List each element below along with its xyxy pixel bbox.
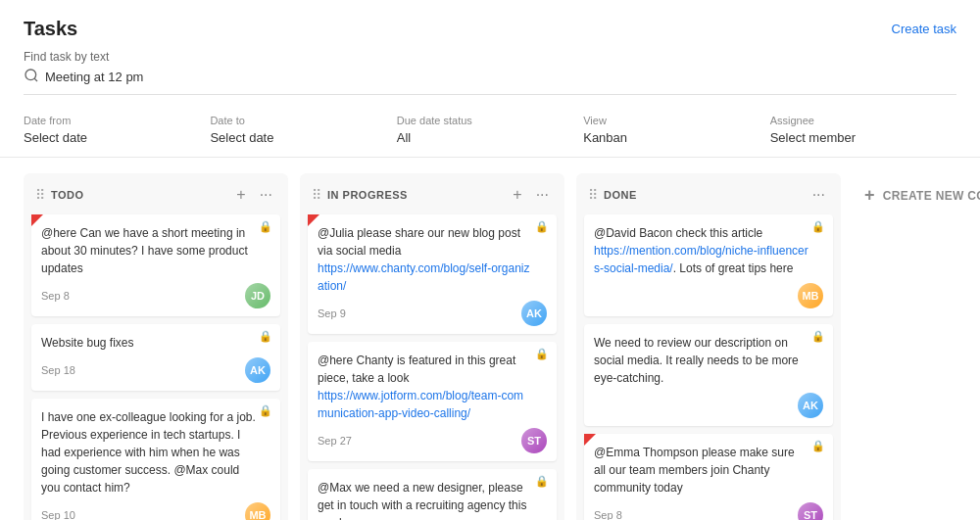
- column-menu-button[interactable]: ···: [808, 185, 829, 205]
- filters-row: Date from Select date Date to Select dat…: [0, 107, 980, 158]
- lock-icon: 🔒: [259, 220, 272, 233]
- avatar: MB: [798, 283, 823, 308]
- search-section: Find task by text: [0, 50, 980, 107]
- card-date: Sep 8: [594, 509, 622, 520]
- avatar: AK: [798, 393, 823, 418]
- card-todo-0: 🔒@here Can we have a short meeting in ab…: [31, 214, 280, 316]
- filter-label-2: Due date status: [397, 115, 583, 126]
- card-flag: [584, 434, 596, 446]
- card-link[interactable]: https://www.chanty.com/blog/self-organiz…: [318, 261, 530, 293]
- lock-icon: 🔒: [259, 404, 272, 417]
- column-done: ⠿ DONE ··· 🔒@David Bacon check this arti…: [576, 173, 841, 520]
- avatar: ST: [521, 428, 547, 453]
- card-inprogress-0: 🔒@Julia please share our new blog post v…: [308, 214, 557, 334]
- filter-label-0: Date from: [24, 115, 210, 126]
- card-done-0: 🔒@David Bacon check this articlehttps://…: [584, 214, 833, 316]
- column-todo: ⠿ TODO + ··· 🔒@here Can we have a short …: [24, 173, 288, 520]
- card-footer: Sep 27 ST: [318, 428, 547, 453]
- filter-group-1: Date to Select date: [210, 115, 396, 145]
- page-title: Tasks: [24, 18, 77, 40]
- lock-icon: 🔒: [811, 440, 825, 452]
- filter-group-3: View Kanban: [583, 115, 769, 145]
- filter-label-1: Date to: [210, 115, 396, 126]
- card-text: @here Can we have a short meeting in abo…: [41, 224, 270, 277]
- column-inprogress: ⠿ IN PROGRESS + ··· 🔒@Julia please share…: [300, 173, 564, 520]
- filter-value-0[interactable]: Select date: [24, 130, 210, 145]
- card-footer: MB: [594, 283, 823, 308]
- column-menu-button[interactable]: ···: [532, 185, 553, 205]
- card-date: Sep 18: [41, 364, 75, 376]
- card-flag: [31, 214, 43, 226]
- filter-value-2[interactable]: All: [397, 130, 583, 145]
- filter-value-3[interactable]: Kanban: [583, 130, 769, 145]
- card-text: @Emma Thompson please make sure all our …: [594, 444, 823, 496]
- card-footer: Sep 8 JD: [41, 283, 270, 308]
- card-link[interactable]: https://www.jotform.com/blog/team-commun…: [318, 389, 523, 420]
- search-input[interactable]: [45, 70, 339, 84]
- filter-value-4[interactable]: Select member: [770, 130, 956, 145]
- lock-icon: 🔒: [535, 348, 549, 360]
- card-footer: Sep 9 AK: [318, 301, 547, 326]
- filter-label-3: View: [583, 115, 769, 126]
- card-text: @here Chanty is featured in this great p…: [318, 352, 547, 422]
- card-date: Sep 27: [318, 435, 352, 447]
- card-footer: AK: [594, 393, 823, 418]
- filter-group-2: Due date status All: [397, 115, 583, 145]
- column-header-done: ⠿ DONE ···: [576, 173, 841, 214]
- add-card-button[interactable]: +: [232, 185, 249, 205]
- avatar: AK: [245, 357, 270, 383]
- drag-icon: ⠿: [35, 187, 45, 203]
- svg-line-1: [34, 78, 37, 81]
- filter-group-4: Assignee Select member: [770, 115, 956, 145]
- search-icon: [24, 68, 39, 86]
- drag-icon: ⠿: [312, 187, 321, 203]
- card-text: @Max we need a new designer, please get …: [318, 479, 547, 520]
- card-done-2: 🔒@Emma Thompson please make sure all our…: [584, 434, 833, 520]
- card-footer: Sep 8 ST: [594, 502, 823, 520]
- avatar: MB: [245, 502, 270, 520]
- column-title-done: DONE: [604, 189, 803, 201]
- board-area: ⠿ TODO + ··· 🔒@here Can we have a short …: [0, 158, 980, 520]
- card-done-1: 🔒We need to review our description on so…: [584, 324, 833, 426]
- card-inprogress-2: 🔒@Max we need a new designer, please get…: [308, 469, 557, 520]
- create-new-column-button[interactable]: + CREATE NEW COLUMN: [853, 173, 980, 217]
- lock-icon: 🔒: [811, 330, 825, 343]
- card-inprogress-1: 🔒@here Chanty is featured in this great …: [308, 342, 557, 461]
- search-label: Find task by text: [24, 50, 956, 64]
- avatar: JD: [245, 283, 270, 308]
- card-todo-1: 🔒Website bug fixes Sep 18 AK: [31, 324, 280, 391]
- card-footer: Sep 10 MB: [41, 502, 270, 520]
- search-bar: [24, 68, 956, 95]
- drag-icon: ⠿: [588, 187, 598, 203]
- column-header-todo: ⠿ TODO + ···: [24, 173, 288, 214]
- filter-group-0: Date from Select date: [24, 115, 210, 145]
- card-text: @David Bacon check this articlehttps://m…: [594, 224, 823, 277]
- app-header: Tasks Create task: [0, 0, 980, 50]
- card-text: Website bug fixes: [41, 334, 270, 352]
- filter-value-1[interactable]: Select date: [210, 130, 396, 145]
- card-text: I have one ex-colleague looking for a jo…: [41, 408, 270, 496]
- svg-point-0: [25, 70, 36, 80]
- card-link[interactable]: https://mention.com/blog/niche-influence…: [594, 244, 808, 275]
- card-text: We need to review our description on soc…: [594, 334, 823, 387]
- filter-label-4: Assignee: [770, 115, 956, 126]
- new-column-label: CREATE NEW COLUMN: [883, 189, 980, 203]
- lock-icon: 🔒: [811, 220, 825, 233]
- column-title-inprogress: IN PROGRESS: [327, 189, 503, 201]
- avatar: ST: [798, 502, 823, 520]
- create-task-button[interactable]: Create task: [892, 22, 956, 36]
- card-date: Sep 9: [318, 307, 346, 319]
- column-header-inprogress: ⠿ IN PROGRESS + ···: [300, 173, 564, 214]
- column-title-todo: TODO: [51, 189, 226, 201]
- plus-icon: +: [864, 185, 875, 206]
- lock-icon: 🔒: [535, 220, 549, 233]
- card-date: Sep 10: [41, 509, 75, 520]
- add-card-button[interactable]: +: [509, 185, 525, 205]
- card-text: @Julia please share our new blog post vi…: [318, 224, 547, 295]
- avatar: AK: [521, 301, 547, 326]
- card-date: Sep 8: [41, 290, 70, 302]
- lock-icon: 🔒: [535, 475, 549, 488]
- column-menu-button[interactable]: ···: [256, 185, 276, 205]
- card-flag: [308, 214, 319, 226]
- card-todo-2: 🔒I have one ex-colleague looking for a j…: [31, 399, 280, 520]
